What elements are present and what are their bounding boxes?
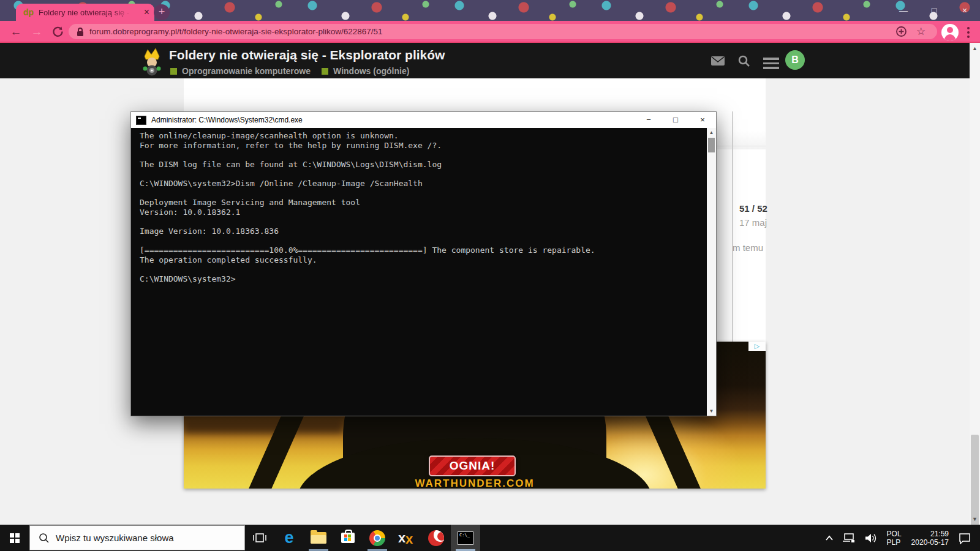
browser-scrollbar[interactable]: ▲ ▼ xyxy=(970,43,980,525)
language-indicator[interactable]: POL PLP xyxy=(887,530,902,547)
category-label[interactable]: Windows (ogólnie) xyxy=(333,66,409,76)
taskbar-search-input[interactable]: Wpisz tu wyszukiwane słowa xyxy=(29,525,245,550)
taskbar-ccleaner-icon[interactable] xyxy=(421,525,451,551)
category-badge-icon xyxy=(322,68,328,75)
browser-tab-strip: dp Foldery nie otwierają się - Eksplo × … xyxy=(0,0,980,21)
avatar-body-icon xyxy=(944,34,956,41)
user-avatar[interactable]: B xyxy=(785,50,805,70)
taskbar-chrome-icon[interactable] xyxy=(363,525,392,551)
cmd-close-button[interactable]: × xyxy=(689,112,716,128)
messages-envelope-icon[interactable] xyxy=(710,56,725,69)
console-line: The online/cleanup-image/scanhealth opti… xyxy=(140,131,707,141)
timeline-relative-time: m temu xyxy=(733,242,763,253)
window-close-button[interactable]: × xyxy=(954,4,975,17)
window-maximize-button[interactable]: □ xyxy=(924,4,944,17)
ad-site-label: WARTHUNDER.COM xyxy=(184,478,766,489)
forum-header: Foldery nie otwierają się - Eksplorator … xyxy=(0,43,970,78)
browser-menu-kebab-icon[interactable] xyxy=(967,25,970,40)
category-badge-icon xyxy=(170,68,177,75)
scroll-down-icon[interactable]: ▼ xyxy=(970,516,980,522)
search-placeholder: Wpisz tu wyszukiwane słowa xyxy=(56,533,174,543)
plus-icon: + xyxy=(159,6,165,18)
cmd-minimize-button[interactable]: − xyxy=(635,112,662,128)
site-favicon: dp xyxy=(23,7,34,17)
windows-logo-icon xyxy=(10,533,20,543)
cmd-console-output: The online/cleanup-image/scanhealth opti… xyxy=(131,128,707,416)
forum-logo[interactable] xyxy=(140,47,164,78)
console-line: For more information, refer to the help … xyxy=(140,141,707,151)
new-tab-button[interactable]: + xyxy=(154,4,170,20)
scroll-up-icon[interactable]: ▲ xyxy=(970,45,980,51)
console-line xyxy=(140,236,707,246)
console-line: Image Version: 10.0.18363.836 xyxy=(140,227,707,236)
cmd-scroll-up-icon[interactable]: ▲ xyxy=(707,130,716,135)
reload-icon[interactable] xyxy=(49,23,66,40)
cmd-scrollbar-thumb[interactable] xyxy=(708,138,715,152)
console-line: Deployment Image Servicing and Managemen… xyxy=(140,198,707,208)
console-line xyxy=(140,217,707,227)
console-line: C:\WINDOWS\system32> xyxy=(140,274,707,284)
console-line: The operation completed successfully. xyxy=(140,255,707,265)
avatar-head-icon xyxy=(947,27,953,33)
taskbar-x-app-icon[interactable]: xx xyxy=(392,525,421,551)
console-line: The DISM log file can be found at C:\WIN… xyxy=(140,160,707,170)
tray-chevron-icon[interactable] xyxy=(825,535,834,541)
taskbar-store-icon[interactable] xyxy=(333,525,363,551)
taskbar-file-explorer-icon[interactable] xyxy=(304,525,333,551)
cmd-scrollbar[interactable]: ▲ ▼ xyxy=(707,128,716,416)
topic-title[interactable]: Foldery nie otwierają się - Eksplorator … xyxy=(169,48,445,62)
topic-categories: Oprogramowanie komputerowe Windows (ogól… xyxy=(170,66,415,76)
console-line: [==========================100.0%=======… xyxy=(140,246,707,255)
tray-date: 2020-05-17 xyxy=(911,538,949,547)
search-magnifier-icon xyxy=(39,533,50,544)
cmd-window-title: Administrator: C:\Windows\System32\cmd.e… xyxy=(151,116,303,124)
console-line xyxy=(140,189,707,198)
volume-icon[interactable] xyxy=(864,533,878,544)
back-button[interactable]: ← xyxy=(7,23,24,40)
system-tray: POL PLP 21:59 2020-05-17 xyxy=(821,525,980,551)
language-bottom: PLP xyxy=(887,538,901,547)
task-view-button[interactable] xyxy=(245,525,274,551)
category-label[interactable]: Oprogramowanie komputerowe xyxy=(182,66,311,76)
tab-close-icon[interactable]: × xyxy=(144,7,149,17)
cmd-window[interactable]: Administrator: C:\Windows\System32\cmd.e… xyxy=(130,111,717,416)
adchoices-icon[interactable]: ▷ xyxy=(748,342,766,351)
cmd-app-icon xyxy=(136,116,146,125)
browser-tab[interactable]: dp Foldery nie otwierają się - Eksplo × xyxy=(16,4,154,21)
ad-cta-button[interactable]: OGNIA! xyxy=(429,455,516,476)
search-icon[interactable] xyxy=(737,54,751,70)
window-minimize-button[interactable]: — xyxy=(893,4,914,17)
console-line: C:\WINDOWS\system32>Dism /Online /Cleanu… xyxy=(140,179,707,189)
screen: ✓ Rozwiązanie ♡ ••• Odpowiedz 51 / 52 17… xyxy=(0,0,980,551)
lock-icon[interactable] xyxy=(76,27,85,37)
start-button[interactable] xyxy=(0,525,29,551)
forward-button[interactable]: → xyxy=(28,23,45,40)
console-line xyxy=(140,150,707,160)
url-text[interactable]: forum.dobreprogramy.pl/t/foldery-nie-otw… xyxy=(89,27,382,36)
zoom-page-icon[interactable] xyxy=(895,26,907,40)
cmd-scroll-down-icon[interactable]: ▼ xyxy=(707,408,716,414)
taskbar-edge-icon[interactable]: e xyxy=(274,525,304,551)
action-center-icon[interactable] xyxy=(958,532,971,544)
network-icon[interactable] xyxy=(842,533,856,544)
console-line xyxy=(140,264,707,274)
ad-horizon-haze xyxy=(184,420,343,433)
taskbar-cmd-icon[interactable] xyxy=(451,525,480,551)
tab-title: Foldery nie otwierają się - Eksplo xyxy=(39,8,132,17)
timeline-position: 51 / 52 xyxy=(739,203,767,214)
cmd-maximize-button[interactable]: □ xyxy=(662,112,689,128)
cmd-titlebar[interactable]: Administrator: C:\Windows\System32\cmd.e… xyxy=(131,112,716,128)
taskbar: Wpisz tu wyszukiwane słowa e xx xyxy=(0,525,980,551)
url-bar[interactable]: forum.dobreprogramy.pl/t/foldery-nie-otw… xyxy=(69,24,937,39)
tray-time: 21:59 xyxy=(930,530,949,538)
topic-timeline-track[interactable] xyxy=(732,111,733,343)
menu-hamburger-icon[interactable] xyxy=(763,55,779,72)
browser-profile-avatar[interactable] xyxy=(941,24,959,41)
clock[interactable]: 21:59 2020-05-17 xyxy=(911,530,949,547)
browser-toolbar: ← → forum.dobreprogramy.pl/t/foldery-nie… xyxy=(0,21,980,43)
timeline-date: 17 maj xyxy=(739,217,767,228)
console-line xyxy=(140,169,707,179)
language-top: POL xyxy=(887,530,902,538)
browser-scrollbar-thumb[interactable] xyxy=(971,435,979,539)
bookmark-star-icon[interactable]: ☆ xyxy=(916,24,925,39)
